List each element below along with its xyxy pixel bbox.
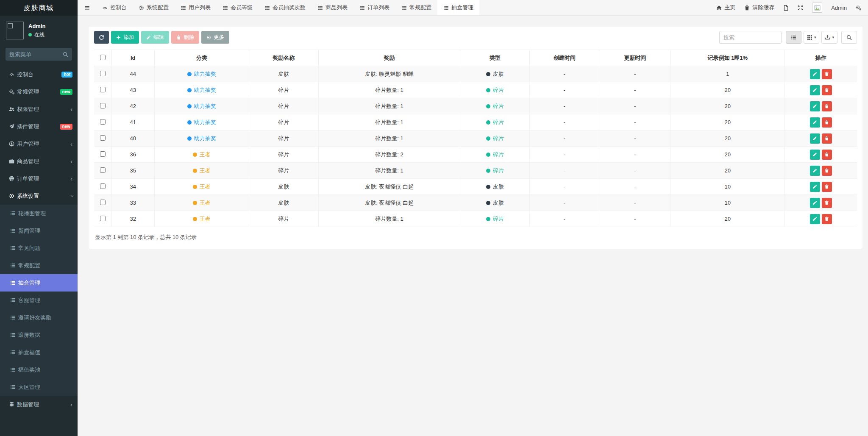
submenu-item-6[interactable]: 邀请好友奖励 [0,309,78,326]
row-delete-button[interactable] [822,166,832,176]
file-button[interactable] [783,5,789,11]
row-edit-button[interactable] [810,182,820,192]
sidebar-item-0[interactable]: 控制台hot [0,66,78,83]
tab-1[interactable]: 系统配置 [133,0,175,15]
sidebar-item-1[interactable]: 常规管理new [0,83,78,100]
search-icon[interactable] [63,52,68,57]
row-edit-button[interactable] [810,117,820,128]
submenu-item-3[interactable]: 常规配置 [0,257,78,274]
category-link[interactable]: 助力抽奖 [194,103,216,109]
app-title: 皮肤商城 [0,0,78,16]
sidebar-item-7[interactable]: 系统设置‹ [0,187,78,205]
tab-label: 控制台 [110,4,127,11]
select-all-checkbox[interactable] [100,55,106,60]
tab-2[interactable]: 用户列表 [175,0,217,15]
row-edit-button[interactable] [810,166,820,176]
row-checkbox[interactable] [100,151,106,157]
search-button[interactable] [841,31,857,44]
row-delete-button[interactable] [822,133,832,144]
category-link[interactable]: 助力抽奖 [194,119,216,125]
avatar[interactable] [812,3,822,13]
cell-id: 36 [111,147,154,163]
delete-button[interactable]: 删除 [171,31,199,44]
row-delete-button[interactable] [822,101,832,111]
submenu-item-2[interactable]: 常见问题 [0,239,78,257]
tab-7[interactable]: 常规配置 [395,0,437,15]
submenu-item-4[interactable]: 抽盒管理 [0,274,78,292]
cell-record: 20 [671,147,785,163]
row-edit-button[interactable] [810,198,820,208]
category-link[interactable]: 王者 [200,200,211,206]
columns-button[interactable]: ▾ [804,31,820,44]
row-checkbox[interactable] [100,200,106,205]
row-checkbox[interactable] [100,71,106,76]
export-button[interactable]: ▾ [821,31,837,44]
table-search-input[interactable] [719,31,782,44]
row-delete-button[interactable] [822,117,832,128]
category-link[interactable]: 王者 [200,151,211,158]
tab-5[interactable]: 商品列表 [312,0,353,15]
category-link[interactable]: 王者 [200,216,211,222]
sidebar-search-input[interactable] [9,51,63,58]
row-delete-button[interactable] [822,69,832,79]
row-checkbox[interactable] [100,119,106,125]
cell-reward-name: 碎片 [249,163,318,179]
row-edit-button[interactable] [810,150,820,160]
tab-4[interactable]: 会员抽奖次数 [259,0,312,15]
sidebar-item-5[interactable]: 商品管理‹ [0,153,78,170]
tab-8[interactable]: 抽盒管理 [437,0,479,15]
toggle-view-button[interactable] [786,31,801,44]
data-table: Id分类奖励名称奖励类型创建时间更新时间记录例如 1即1%操作 44助力抽奖皮肤… [94,50,857,227]
tab-6[interactable]: 订单列表 [353,0,395,15]
sidebar-item-3[interactable]: 插件管理new [0,118,78,135]
cell-reward: 碎片数量: 1 [318,131,460,147]
row-delete-button[interactable] [822,198,832,208]
row-edit-button[interactable] [810,85,820,95]
submenu-item-7[interactable]: 滚屏数据 [0,326,78,344]
submenu-item-9[interactable]: 福值奖池 [0,361,78,378]
edit-button[interactable]: 编辑 [141,31,169,44]
category-link[interactable]: 王者 [200,167,211,174]
row-delete-button[interactable] [822,214,832,224]
refresh-button[interactable] [94,31,109,44]
row-checkbox[interactable] [100,103,106,108]
add-button[interactable]: 添加 [111,31,139,44]
clear-cache-link[interactable]: 清除缓存 [744,4,774,11]
submenu-item-5[interactable]: 客服管理 [0,292,78,309]
menu-toggle-icon[interactable] [78,0,96,15]
row-checkbox[interactable] [100,135,106,141]
row-edit-button[interactable] [810,133,820,144]
submenu-item-10[interactable]: 大区管理 [0,378,78,396]
row-edit-button[interactable] [810,69,820,79]
row-delete-button[interactable] [822,85,832,95]
row-checkbox[interactable] [100,216,106,221]
settings-gears-icon[interactable] [856,5,861,11]
sidebar-item-4[interactable]: 用户管理‹ [0,135,78,153]
table-header-row: Id分类奖励名称奖励类型创建时间更新时间记录例如 1即1%操作 [94,50,857,66]
home-link[interactable]: 主页 [716,4,735,11]
row-edit-button[interactable] [810,214,820,224]
more-button[interactable]: 更多 [201,31,229,44]
row-delete-button[interactable] [822,150,832,160]
submenu-item-1[interactable]: 新闻管理 [0,222,78,239]
submenu-item-8[interactable]: 抽盒福值 [0,344,78,361]
category-link[interactable]: 王者 [200,183,211,190]
sidebar-item-8[interactable]: 数据管理‹ [0,396,78,413]
category-link[interactable]: 助力抽奖 [194,87,216,93]
row-checkbox[interactable] [100,167,106,173]
fullscreen-button[interactable] [798,5,803,11]
tab-3[interactable]: 会员等级 [217,0,259,15]
category-link[interactable]: 助力抽奖 [194,71,216,77]
row-checkbox[interactable] [100,87,106,92]
sidebar-item-2[interactable]: 权限管理‹ [0,100,78,118]
category-link[interactable]: 助力抽奖 [194,135,216,142]
row-edit-button[interactable] [810,101,820,111]
row-checkbox[interactable] [100,183,106,189]
username[interactable]: Admin [831,5,847,11]
submenu-item-0[interactable]: 轮播图管理 [0,205,78,222]
tab-0[interactable]: 控制台 [96,0,133,15]
sidebar-avatar[interactable] [6,22,24,39]
table-row: 41助力抽奖碎片碎片数量: 1碎片--20 [94,114,857,131]
sidebar-item-6[interactable]: 订单管理‹ [0,170,78,187]
row-delete-button[interactable] [822,182,832,192]
